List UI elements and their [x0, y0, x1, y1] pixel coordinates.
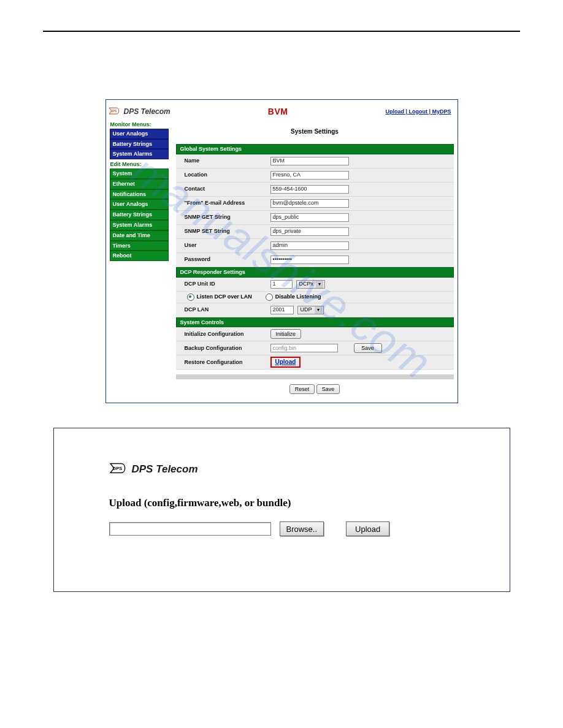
input-from-email[interactable]: bvm@dpstele.com: [270, 199, 349, 208]
link-upload[interactable]: Upload: [385, 108, 404, 115]
sidebar-monitor-heading: Monitor Menus:: [110, 121, 169, 128]
upload-form-row: Browse.. Upload: [109, 521, 454, 536]
label-password: Password: [176, 256, 270, 263]
sidebar-item-notifications[interactable]: Notifications: [110, 189, 169, 200]
browse-button[interactable]: Browse..: [280, 521, 324, 536]
input-dcp-unit-id[interactable]: 1: [270, 280, 293, 289]
input-snmp-get[interactable]: dps_public: [270, 213, 349, 222]
initialize-button[interactable]: Initialize: [270, 329, 302, 339]
svg-text:DPS: DPS: [111, 109, 117, 112]
label-initialize-config: Initialize Configuration: [176, 331, 270, 338]
upload-dialog-screenshot: DPS DPS Telecom Upload (config,firmware,…: [53, 428, 510, 592]
sidebar-item-system-alarms-edit[interactable]: System Alarms: [110, 220, 169, 230]
label-from-email: "From" E-mail Address: [176, 200, 270, 207]
row-snmp-set: SNMP SET String dps_private: [176, 225, 454, 239]
label-backup-config: Backup Configuration: [176, 345, 270, 352]
radio-icon: [187, 294, 194, 301]
file-path-input[interactable]: [109, 522, 271, 536]
dps-gate-icon: DPS: [109, 107, 122, 116]
row-restore-config: Restore Configuration Upload: [176, 355, 454, 370]
input-dcp-lan-port[interactable]: 2001: [270, 306, 294, 314]
header-links: Upload | Logout | MyDPS: [385, 108, 451, 115]
section-system-controls: System Controls: [176, 317, 454, 328]
sidebar-item-timers[interactable]: Timers: [110, 241, 169, 251]
content-footer-bar: [176, 374, 454, 379]
backup-save-button[interactable]: Save: [354, 343, 382, 353]
row-dcp-listen-mode: Listen DCP over LAN Disable Listening: [176, 292, 454, 303]
label-dcp-unit-id: DCP Unit ID: [176, 281, 270, 287]
sidebar-item-battery-strings-monitor[interactable]: Battery Strings: [110, 139, 169, 150]
sidebar-edit-heading: Edit Menus:: [110, 161, 169, 168]
brand-logo: DPS DPS Telecom: [109, 463, 454, 476]
row-user: User admin: [176, 239, 454, 253]
app-title: BVM: [170, 107, 386, 117]
row-name: Name BVM: [176, 154, 454, 169]
label-name: Name: [176, 157, 270, 164]
input-name[interactable]: BVM: [270, 157, 349, 165]
sidebar: Monitor Menus: User Analogs Battery Stri…: [110, 119, 169, 394]
radio-listen-dcp[interactable]: Listen DCP over LAN: [187, 294, 252, 301]
input-contact[interactable]: 559-454-1600: [270, 185, 349, 194]
page-title: System Settings: [176, 128, 454, 135]
row-snmp-get: SNMP GET String dps_public: [176, 211, 454, 225]
input-snmp-set[interactable]: dps_private: [270, 227, 349, 236]
label-contact: Contact: [176, 186, 270, 192]
chevron-down-icon: ▾: [316, 281, 323, 288]
sidebar-item-date-and-time[interactable]: Date and Time: [110, 230, 169, 241]
upload-button[interactable]: Upload: [346, 521, 389, 536]
label-snmp-get: SNMP GET String: [176, 214, 270, 221]
sidebar-item-system-alarms-monitor[interactable]: System Alarms: [110, 149, 169, 159]
radio-disable-listening[interactable]: Disable Listening: [266, 294, 321, 301]
content-pane: System Settings Global System Settings N…: [176, 119, 454, 394]
input-user[interactable]: admin: [270, 241, 349, 250]
sidebar-item-reboot[interactable]: Reboot: [110, 251, 169, 261]
sidebar-item-system[interactable]: System: [110, 169, 169, 179]
label-location: Location: [176, 172, 270, 178]
upload-highlight-box: Upload: [270, 357, 301, 368]
system-settings-screenshot: manualshive.com DPS DPS Telecom BVM Uplo…: [105, 99, 458, 403]
section-global-settings: Global System Settings: [176, 144, 454, 154]
brand-name: DPS Telecom: [132, 463, 198, 476]
link-logout[interactable]: Logout: [408, 108, 427, 115]
row-backup-config: Backup Configuration config.bin Save: [176, 341, 454, 355]
row-location: Location Fresno, CA: [176, 169, 454, 183]
sidebar-item-user-analogs-edit[interactable]: User Analogs: [110, 199, 169, 210]
restore-upload-link[interactable]: Upload: [275, 358, 296, 365]
bottom-button-bar: Reset Save: [176, 384, 454, 394]
row-dcp-unit-id: DCP Unit ID 1 DCPx▾: [176, 278, 454, 292]
input-password[interactable]: ••••••••••: [270, 256, 349, 264]
app-header: DPS DPS Telecom BVM Upload | Logout | My…: [106, 100, 458, 119]
brand-name: DPS Telecom: [124, 107, 170, 116]
brand-logo: DPS DPS Telecom: [109, 107, 170, 116]
row-contact: Contact 559-454-1600: [176, 183, 454, 197]
dps-gate-icon: DPS: [109, 463, 130, 476]
select-dcp-protocol[interactable]: DCPx▾: [296, 280, 326, 289]
sidebar-item-battery-strings-edit[interactable]: Battery Strings: [110, 210, 169, 220]
sidebar-item-user-analogs-monitor[interactable]: User Analogs: [110, 129, 169, 139]
label-user: User: [176, 242, 270, 249]
input-backup-filename[interactable]: config.bin: [270, 344, 338, 352]
sidebar-item-ethernet[interactable]: Ethernet: [110, 179, 169, 189]
chevron-down-icon: ▾: [315, 306, 322, 314]
label-dcp-lan: DCP LAN: [176, 306, 270, 313]
select-dcp-lan-proto[interactable]: UDP▾: [297, 306, 324, 314]
row-from-email: "From" E-mail Address bvm@dpstele.com: [176, 197, 454, 211]
input-location[interactable]: Fresno, CA: [270, 171, 349, 180]
label-restore-config: Restore Configuration: [176, 359, 270, 366]
label-snmp-set: SNMP SET String: [176, 228, 270, 235]
upload-title: Upload (config,firmware,web, or bundle): [109, 497, 454, 509]
row-dcp-lan: DCP LAN 2001 UDP▾: [176, 303, 454, 317]
radio-icon: [266, 294, 273, 301]
save-button[interactable]: Save: [316, 384, 340, 394]
row-password: Password ••••••••••: [176, 253, 454, 267]
section-dcp-responder: DCP Responder Settings: [176, 267, 454, 278]
reset-button[interactable]: Reset: [289, 384, 315, 394]
svg-text:DPS: DPS: [112, 466, 121, 471]
page-rule: [43, 31, 520, 32]
row-initialize-config: Initialize Configuration Initialize: [176, 327, 454, 341]
link-mydps[interactable]: MyDPS: [432, 108, 451, 115]
